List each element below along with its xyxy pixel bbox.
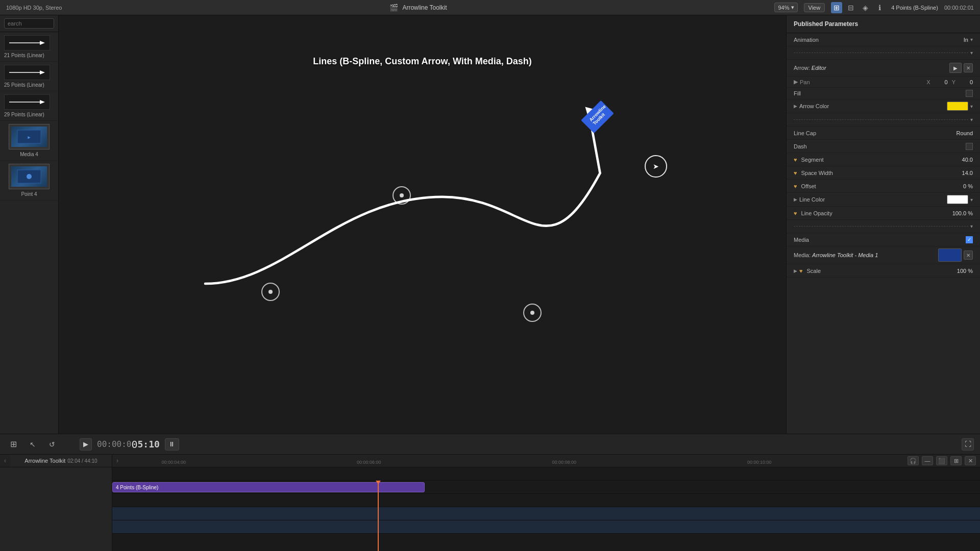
grid-icon[interactable]: ⊟: [845, 2, 856, 13]
media-label-4: Media 4: [20, 152, 38, 157]
pointer-tool-button[interactable]: ↖: [26, 438, 40, 450]
track-row-3: [112, 494, 980, 507]
dashed-sep-1: ▾: [787, 46, 980, 60]
animation-label: Animation: [794, 37, 964, 43]
filter-icon[interactable]: ◈: [860, 2, 871, 13]
timeline-tracks-label: [0, 467, 112, 551]
line-color-dropdown-icon[interactable]: ▾: [970, 197, 973, 203]
arrow-indicator-icon: ➤: [653, 162, 659, 170]
pan-y-value[interactable]: 0: [958, 79, 973, 85]
zoom-control[interactable]: 94% ▾: [774, 3, 797, 12]
media-preview-swatch[interactable]: [938, 248, 962, 262]
control-point-2[interactable]: [393, 186, 411, 205]
space-width-heart-icon: ♥: [794, 170, 797, 176]
dashed-sep2-arrow[interactable]: ▾: [970, 117, 973, 122]
clip-title-label: 4 Points (B-Spline): [891, 5, 938, 11]
ruler-mark-6: 00:00:06:00: [357, 460, 381, 465]
search-input[interactable]: [4, 18, 54, 29]
timeline-close-icon[interactable]: ✕: [965, 456, 976, 465]
ctrl-dot-1: [268, 290, 273, 294]
preset-item-29[interactable]: 29 Points (Linear): [0, 91, 58, 121]
dash-checkbox[interactable]: [966, 143, 973, 150]
monitor-icon[interactable]: ⊞: [6, 438, 20, 450]
ruler-mark-10: 00:00:10:00: [747, 460, 772, 465]
search-box[interactable]: [0, 15, 58, 32]
preset-label-25: 25 Points (Linear): [4, 82, 44, 88]
pause-button[interactable]: ⏸: [165, 438, 179, 450]
line-color-expand-icon[interactable]: ▶: [794, 197, 797, 202]
fullscreen-button[interactable]: ⛶: [962, 438, 974, 450]
scale-heart-icon: ♥: [799, 268, 803, 274]
track-row-4: [112, 507, 980, 520]
canvas-svg: [59, 15, 786, 434]
media-item-point4[interactable]: Point 4: [0, 161, 58, 201]
arrow-editor-play-button[interactable]: ▶: [949, 63, 962, 73]
space-width-value[interactable]: 14.0: [962, 170, 973, 176]
animation-value: In: [964, 37, 968, 43]
preset-item-21[interactable]: 21 Points (Linear): [0, 32, 58, 62]
preset-thumb-21: [4, 35, 50, 51]
segment-label: ♥ Segment: [794, 157, 962, 163]
media-toggle-label: Media: [794, 237, 966, 243]
time-separator: 0: [131, 438, 137, 450]
control-point-4[interactable]: ➤: [645, 155, 667, 178]
ctrl-dot-2: [400, 193, 404, 197]
control-point-1[interactable]: [261, 283, 280, 301]
arrow-color-dropdown-icon[interactable]: ▾: [970, 104, 973, 109]
animation-dropdown-icon[interactable]: ▾: [970, 37, 973, 42]
line-color-swatch[interactable]: [947, 195, 968, 204]
fill-checkbox[interactable]: [966, 90, 973, 97]
line-opacity-value[interactable]: 100.0 %: [952, 210, 973, 216]
canvas-area[interactable]: Lines (B-Spline, Custom Arrow, With Medi…: [59, 15, 786, 434]
arrow-color-swatch[interactable]: [947, 102, 968, 111]
offset-value[interactable]: 0 %: [963, 183, 973, 189]
control-point-3[interactable]: [523, 304, 542, 322]
left-panel: 21 Points (Linear) 25 Points (Linear) 29…: [0, 15, 59, 434]
media-source-row: Media: Arrowline Toolkit - Media 1 ✕: [787, 246, 980, 264]
timeline-tracks: 4 Points (B-Spline): [112, 467, 980, 551]
params-icon[interactable]: ⊞: [831, 2, 842, 13]
timeline-nav-left[interactable]: ‹: [0, 457, 10, 464]
arrow-editor-close-button[interactable]: ✕: [964, 63, 973, 72]
svg-text:▶: ▶: [28, 135, 31, 140]
offset-label: ♥ Offset: [794, 183, 963, 189]
main-area: 21 Points (Linear) 25 Points (Linear) 29…: [0, 15, 980, 434]
segment-heart-icon: ♥: [794, 157, 797, 163]
pause-icon: ⏸: [168, 440, 175, 448]
dashed-sep-arrow[interactable]: ▾: [970, 50, 973, 56]
dashed-sep3-arrow[interactable]: ▾: [970, 223, 973, 229]
scale-label: ▶ ♥ Scale: [794, 268, 957, 274]
segment-value[interactable]: 40.0: [962, 157, 973, 163]
media-item-4[interactable]: ▶ Media 4: [0, 121, 58, 161]
timeline-title-area: Arrowline Toolkit 02:04 / 44:10: [10, 455, 112, 467]
fill-row: Fill: [787, 88, 980, 99]
view-button[interactable]: View: [804, 3, 825, 12]
ctrl-dot-3: [530, 311, 534, 315]
play-button[interactable]: ▶: [80, 438, 92, 450]
timeline-timecode: 02:04 / 44:10: [67, 458, 97, 464]
media-close-button[interactable]: ✕: [964, 251, 973, 260]
timeline-nav-right[interactable]: ›: [112, 457, 122, 464]
timeline-audio-icon[interactable]: —: [922, 456, 933, 465]
preset-item-25[interactable]: 25 Points (Linear): [0, 62, 58, 91]
top-center: 🎬 Arrowline Toolkit: [389, 4, 447, 12]
pan-expand-icon[interactable]: ▶: [794, 79, 798, 85]
pan-x-value[interactable]: 0: [933, 79, 948, 85]
info-icon[interactable]: ℹ: [874, 2, 885, 13]
dashed-sep-2: ▾: [787, 113, 980, 127]
arrow-color-expand-icon[interactable]: ▶: [794, 104, 797, 109]
refresh-icon[interactable]: ↺: [45, 438, 59, 450]
ruler-mark-4: 00:00:04:00: [162, 460, 186, 465]
timeline-expand-icon[interactable]: ⊞: [950, 456, 962, 465]
svg-marker-3: [40, 70, 45, 74]
canvas-content: Lines (B-Spline, Custom Arrow, With Medi…: [59, 15, 786, 434]
line-opacity-row: ♥ Line Opacity 100.0 %: [787, 207, 980, 220]
timeline-record-icon[interactable]: ⬛: [936, 456, 947, 465]
pan-y-item: Y 0: [952, 79, 973, 85]
timeline-headphone-icon[interactable]: 🎧: [908, 456, 919, 465]
scale-expand-icon[interactable]: ▶: [794, 268, 797, 273]
pan-label[interactable]: ▶ Pan: [794, 79, 835, 85]
track-row-2: 4 Points (B-Spline): [112, 481, 980, 494]
scale-value[interactable]: 100 %: [957, 268, 973, 274]
media-checkbox[interactable]: [966, 236, 973, 243]
